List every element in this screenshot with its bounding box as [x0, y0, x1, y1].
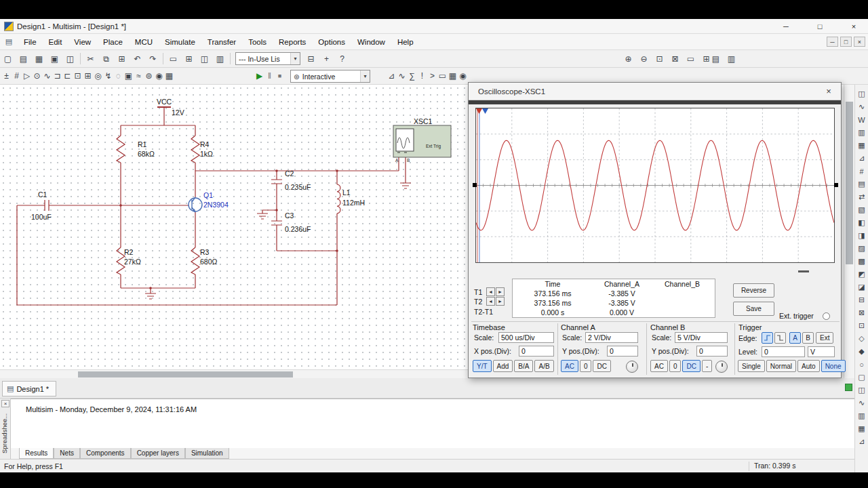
channel-b-scale-field[interactable]: 5 V/Div — [675, 332, 728, 343]
stop-simulation-button[interactable]: ■ — [275, 69, 285, 83]
menu-view[interactable]: View — [68, 34, 97, 49]
menu-edit[interactable]: Edit — [43, 34, 68, 49]
inductor-l1[interactable] — [337, 184, 340, 214]
place-diode-icon[interactable]: ▷ — [22, 69, 32, 83]
database-manager-icon[interactable]: ⊟ — [304, 52, 318, 66]
vertical-scrollbar[interactable] — [844, 85, 854, 378]
horizontal-scrollbar-thumb[interactable] — [78, 371, 293, 378]
resistor-r4[interactable] — [191, 136, 199, 163]
iv-analyzer-icon[interactable]: ◧ — [856, 217, 868, 228]
trigger-a-button[interactable]: A — [789, 332, 801, 344]
t1-left-button[interactable]: ◄ — [486, 287, 495, 296]
new-icon[interactable]: ▢ — [1, 52, 15, 66]
scroll-tabs-icon[interactable] — [845, 384, 852, 391]
channel-b-ac-button[interactable]: AC — [650, 360, 668, 372]
copy-icon[interactable]: ⧉ — [99, 52, 113, 66]
place-analog-icon[interactable]: ∿ — [42, 69, 52, 83]
add-button[interactable]: Add — [493, 360, 513, 372]
undo-icon[interactable]: ↶ — [130, 52, 144, 66]
design-toolbox-icon[interactable]: ▤ — [709, 52, 723, 66]
measurement-probe-icon[interactable]: ○ — [856, 359, 868, 370]
place-mixed-icon[interactable]: ⊞ — [83, 69, 93, 83]
oscilloscope-icon[interactable]: ▥ — [856, 127, 868, 138]
four-channel-oscilloscope-icon[interactable]: ▦ — [856, 140, 868, 151]
place-ncs-component-icon[interactable]: ◉ — [154, 69, 164, 83]
place-basic-icon[interactable]: # — [12, 69, 22, 83]
oscilloscope-titlebar[interactable]: Oscilloscope-XSC1 — [469, 83, 841, 100]
mdi-close-button[interactable]: × — [854, 37, 865, 47]
save-button[interactable]: Save — [733, 302, 774, 316]
transistor-q1[interactable] — [189, 197, 202, 212]
full-page-icon[interactable]: ▭ — [166, 52, 180, 66]
place-misc-digital-icon[interactable]: ⊡ — [73, 69, 83, 83]
ni-elvismx-icon[interactable]: ◇ — [856, 333, 868, 344]
trigger-auto-button[interactable]: Auto — [797, 360, 820, 372]
maximize-button[interactable]: □ — [812, 21, 827, 33]
postprocessor-icon[interactable]: ∑ — [407, 69, 417, 83]
t2-left-button[interactable]: ◄ — [486, 297, 495, 306]
channel-a-ac-button[interactable]: AC — [561, 360, 578, 372]
rising-edge-icon[interactable] — [762, 332, 773, 344]
zoom-area-icon[interactable]: ⊡ — [652, 52, 667, 66]
toggle-probe-icon[interactable]: ◉ — [458, 69, 468, 83]
tab-components[interactable]: Components — [80, 448, 131, 459]
spreadsheet-view-icon[interactable]: ▥ — [724, 52, 738, 66]
channel-a-ypos-field[interactable]: 0 — [607, 346, 638, 357]
menu-reports[interactable]: Reports — [273, 34, 312, 49]
t2-right-button[interactable]: ► — [496, 297, 505, 306]
agilent-function-generator-icon[interactable]: ◩ — [856, 268, 868, 280]
tab-copper-layers[interactable]: Copper layers — [131, 448, 185, 459]
current-clamp-icon[interactable]: ◆ — [856, 346, 868, 357]
labview-instruments-icon[interactable]: ⊡ — [856, 320, 868, 331]
print-preview-icon[interactable]: ◫ — [63, 52, 77, 66]
agilent-multimeter-icon[interactable]: ◪ — [856, 281, 868, 293]
zoom-sheet-icon[interactable]: ▭ — [684, 52, 698, 66]
close-button[interactable]: × — [846, 21, 861, 33]
place-transistor-icon[interactable]: ⊙ — [32, 69, 42, 83]
description-edit-icon[interactable]: ▥ — [856, 410, 868, 422]
trigger-single-button[interactable]: Single — [738, 360, 765, 372]
wattmeter-icon[interactable]: W — [856, 114, 868, 125]
trigger-level-unit[interactable]: V — [808, 346, 835, 357]
analyses-simulation-icon[interactable]: ⊿ — [387, 69, 397, 83]
component-wizard-icon[interactable]: + — [319, 52, 334, 66]
capacitor-c1[interactable] — [45, 200, 49, 211]
network-analyzer-icon[interactable]: ▩ — [856, 256, 868, 267]
pause-simulation-button[interactable]: ‖ — [264, 69, 275, 83]
left-axis-handle[interactable] — [473, 183, 477, 187]
scope-pan-handle[interactable] — [798, 270, 809, 272]
place-indicator-icon[interactable]: ◎ — [93, 69, 103, 83]
run-simulation-button[interactable]: ▶ — [254, 69, 264, 83]
split-view-icon[interactable]: ◫ — [197, 52, 212, 66]
place-rf-icon[interactable]: ≈ — [134, 69, 144, 83]
sheet-view-icon[interactable]: ▥ — [213, 52, 227, 66]
mdi-minimize-button[interactable]: ─ — [827, 37, 838, 47]
function-generator-icon[interactable]: ∿ — [856, 101, 868, 113]
channel-a-dc-button[interactable]: DC — [593, 360, 610, 372]
channel-a-knob[interactable] — [626, 361, 638, 373]
menu-tools[interactable]: Tools — [242, 34, 273, 49]
capacitor-c3[interactable] — [271, 221, 282, 225]
in-use-list-combo[interactable]: --- In-Use Lis ▾ — [235, 52, 300, 65]
tab-results[interactable]: Results — [19, 448, 54, 459]
mdi-restore-button[interactable]: □ — [840, 37, 852, 47]
print-icon[interactable]: ▣ — [47, 52, 62, 66]
tab-simulation[interactable]: Simulation — [185, 448, 229, 459]
agilent-oscilloscope-icon[interactable]: ⊟ — [856, 294, 868, 306]
interactive-simulation-combo[interactable]: ⊛ Interactive ▾ — [290, 70, 370, 83]
breadboard-icon[interactable]: ▦ — [448, 69, 458, 83]
place-misc-icon[interactable]: ◌ — [113, 69, 123, 83]
document-tab-design1[interactable]: ▤ Design1 * — [2, 381, 56, 396]
description-box-icon[interactable]: ▭ — [437, 69, 448, 83]
channel-a-zero-button[interactable]: 0 — [580, 360, 592, 372]
schematic[interactable]: VCC 12V R1 68kΩ R4 1kΩ C2 0.235uF C3 0.2… — [0, 85, 468, 369]
minimize-button[interactable]: ─ — [778, 21, 793, 33]
zoom-fit-icon[interactable]: ⊠ — [668, 52, 682, 66]
toggle-grid-icon[interactable]: ⊞ — [182, 52, 196, 66]
place-electromechanical-icon[interactable]: ⊚ — [144, 69, 154, 83]
menu-window[interactable]: Window — [351, 34, 391, 49]
save-icon[interactable]: ▦ — [32, 52, 46, 66]
menu-place[interactable]: Place — [97, 34, 129, 49]
resistor-r1[interactable] — [117, 136, 125, 163]
trigger-b-button[interactable]: B — [802, 332, 814, 344]
